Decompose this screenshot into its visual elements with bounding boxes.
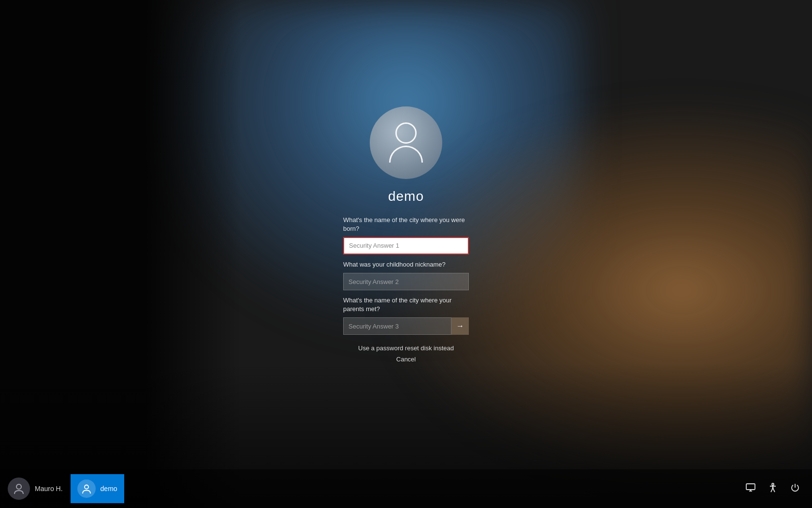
accessibility-icon[interactable] — [768, 482, 778, 495]
avatar-head — [395, 122, 417, 144]
security-answer-2-input[interactable] — [343, 273, 469, 290]
avatar-icon — [389, 122, 423, 163]
security-answer-1-input[interactable] — [343, 237, 469, 254]
taskbar: Mauro H. demo — [0, 469, 812, 508]
security-question-2: What was your childhood nickname? — [343, 260, 446, 269]
current-user-avatar-icon — [77, 479, 96, 498]
username: demo — [388, 189, 424, 204]
answer-row-3: → — [343, 317, 469, 335]
taskbar-right-icons — [745, 482, 804, 495]
svg-rect-2 — [746, 484, 755, 490]
power-icon[interactable] — [790, 482, 800, 495]
submit-button[interactable]: → — [451, 317, 469, 335]
security-answer-3-input[interactable] — [343, 317, 451, 335]
svg-point-5 — [772, 483, 774, 485]
svg-point-1 — [85, 485, 88, 489]
display-icon[interactable] — [745, 482, 756, 495]
other-user-button[interactable]: Mauro H. — [8, 478, 63, 500]
main-content: demo What's the name of the city where y… — [0, 0, 812, 469]
svg-point-0 — [16, 484, 21, 489]
avatar-body — [389, 146, 423, 163]
current-user-name: demo — [101, 485, 117, 493]
other-user-avatar — [8, 478, 30, 500]
security-question-3: What's the name of the city where your p… — [343, 296, 469, 314]
reset-disk-link[interactable]: Use a password reset disk instead — [343, 344, 469, 352]
security-question-1: What's the name of the city where you we… — [343, 216, 469, 233]
avatar — [370, 106, 442, 179]
current-user-icon — [81, 483, 92, 494]
cancel-button[interactable]: Cancel — [343, 356, 469, 363]
current-user-tile[interactable]: demo — [71, 474, 124, 503]
other-user-name: Mauro H. — [35, 485, 63, 493]
answer-row-2 — [343, 273, 469, 290]
security-form: What's the name of the city where you we… — [343, 216, 469, 363]
answer-row-1 — [343, 237, 469, 254]
other-user-icon — [13, 482, 25, 495]
